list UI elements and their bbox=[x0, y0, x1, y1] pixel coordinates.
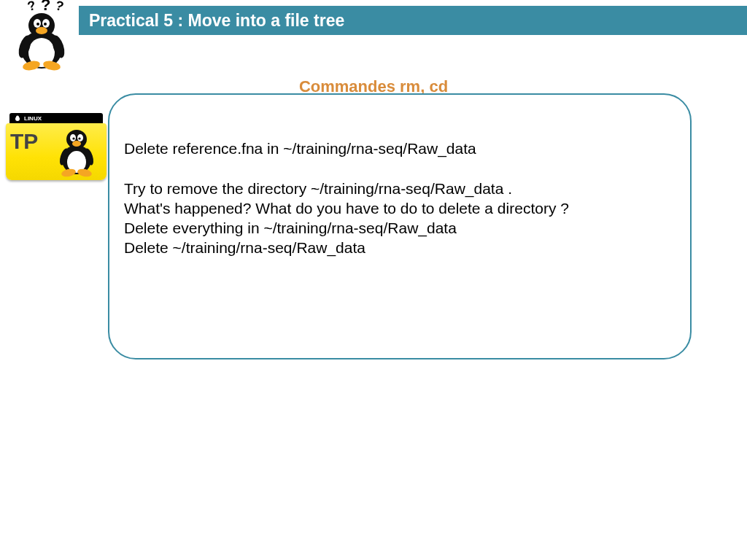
instruction-line: Delete ~/training/rna-seq/Raw_data bbox=[124, 238, 676, 257]
svg-point-13 bbox=[16, 116, 19, 119]
svg-point-7 bbox=[36, 27, 47, 34]
folder-tab-label: LINUX bbox=[24, 115, 42, 122]
mini-tux-icon bbox=[54, 120, 99, 179]
header-bar: Practical 5 : Move into a file tree bbox=[79, 6, 747, 35]
svg-point-5 bbox=[36, 23, 39, 26]
page-title: Practical 5 : Move into a file tree bbox=[89, 11, 344, 31]
svg-point-19 bbox=[72, 137, 74, 139]
svg-point-21 bbox=[72, 141, 81, 147]
content-box: Delete reference.fna in ~/training/rna-s… bbox=[108, 93, 692, 359]
folder-tp-label: TP bbox=[10, 129, 38, 154]
instruction-line: Try to remove the directory ~/training/r… bbox=[124, 179, 676, 198]
mascot-tux-icon: ? ? ? bbox=[7, 0, 77, 73]
svg-point-6 bbox=[44, 23, 47, 26]
tp-folder-icon: LINUX TP bbox=[6, 113, 107, 180]
instruction-line: Delete everything in ~/training/rna-seq/… bbox=[124, 218, 676, 238]
content-text: Delete reference.fna in ~/training/rna-s… bbox=[124, 139, 676, 258]
instruction-line: Delete reference.fna in ~/training/rna-s… bbox=[124, 139, 676, 158]
folder-body: TP bbox=[6, 123, 107, 180]
instruction-line: What's happened? What do you have to do … bbox=[124, 198, 676, 218]
svg-point-20 bbox=[78, 137, 80, 139]
